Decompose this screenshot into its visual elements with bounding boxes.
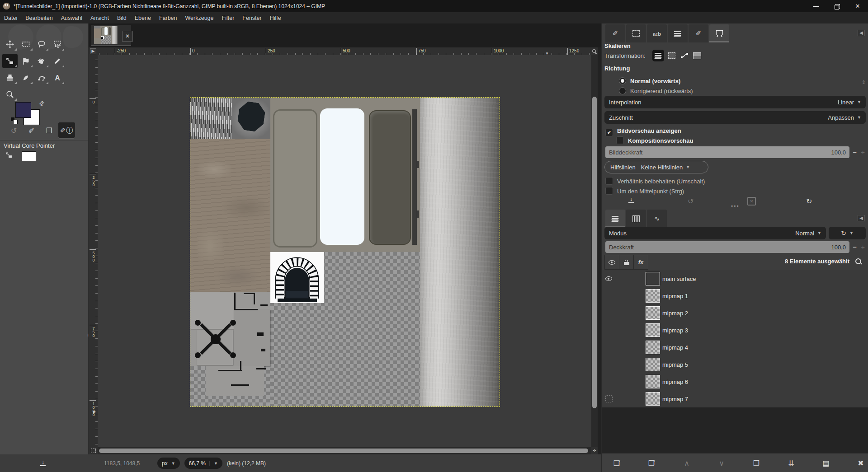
undo-history-tab[interactable]: ↺: [5, 122, 22, 139]
canvas-image[interactable]: [190, 98, 500, 407]
minimize-button[interactable]: —: [806, 0, 826, 12]
new-layer-button[interactable]: ❏+: [608, 453, 626, 472]
menu-werkzeuge[interactable]: Werkzeuge: [181, 12, 218, 23]
preview-opacity-slider[interactable]: Bilddeckkraft 100,0: [605, 146, 849, 158]
zoom-tool[interactable]: [2, 87, 18, 102]
tab-paths[interactable]: ∿: [647, 210, 667, 228]
select-by-color-tool[interactable]: [50, 37, 65, 51]
menu-datei[interactable]: Datei: [0, 12, 21, 23]
vertical-ruler[interactable]: 02505007501000▶: [89, 55, 98, 447]
layer-mode-dropdown[interactable]: Modus Normal ▼: [604, 227, 826, 239]
quickmask-toggle-button[interactable]: [89, 447, 98, 454]
menu-ebene[interactable]: Ebene: [131, 12, 155, 23]
minus-icon[interactable]: −: [853, 148, 857, 156]
menu-hilfe[interactable]: Hilfe: [266, 12, 285, 23]
interpolation-dropdown[interactable]: Interpolation Linear ▼: [604, 96, 866, 108]
around-center-checkbox[interactable]: Um den Mittelpunkt (Strg): [605, 187, 684, 195]
close-button[interactable]: ✕: [847, 0, 868, 12]
menu-auswahl[interactable]: Auswahl: [57, 12, 86, 23]
direction-corrective-radio[interactable]: Korrigierend (rückwärts): [619, 87, 693, 95]
mode-group-button[interactable]: ↻▼: [829, 227, 866, 239]
free-select-tool[interactable]: [34, 37, 49, 51]
composited-preview-checkbox[interactable]: Kompositionsvorschau: [616, 136, 693, 145]
navigation-button[interactable]: ✛: [591, 447, 598, 454]
scrollbar-thumb[interactable]: [99, 449, 588, 453]
layer-row-mipmap-6[interactable]: mipmap 6: [602, 373, 868, 390]
restore-options-button[interactable]: ↺: [688, 197, 693, 206]
lock-column-button[interactable]: [619, 255, 634, 270]
device-status-tab[interactable]: [626, 24, 646, 42]
rectangle-select-tool[interactable]: [18, 37, 33, 51]
brushes-tab[interactable]: ✐: [689, 24, 708, 42]
layer-opacity-slider[interactable]: Deckkraft 100,0: [605, 241, 849, 253]
menu-bearbeiten[interactable]: Bearbeiten: [21, 12, 57, 23]
layer-row-mipmap-7[interactable]: mipmap 7: [602, 390, 868, 407]
scrollbar-thumb[interactable]: [592, 97, 597, 408]
layer-row-main-surface[interactable]: main surface: [602, 270, 868, 287]
tab-channels[interactable]: [626, 210, 646, 228]
collapse-dock-icon[interactable]: ◀: [858, 30, 865, 36]
scale-tool-active[interactable]: [2, 54, 18, 68]
layer-row-mipmap-3[interactable]: mipmap 3: [602, 322, 868, 339]
zoom-dropdown[interactable]: 66,7 % ▼: [184, 458, 222, 469]
search-layers-button[interactable]: [855, 258, 862, 267]
reset-options-button[interactable]: ↻: [806, 197, 812, 206]
menu-fenster[interactable]: Fenster: [238, 12, 265, 23]
save-options-button[interactable]: ↓: [628, 197, 634, 205]
text-tool[interactable]: A: [50, 70, 65, 85]
smudge-tool[interactable]: [18, 70, 33, 85]
ruler-corner-menu-button[interactable]: ▶: [89, 47, 98, 55]
save-tool-preset-button[interactable]: ↓: [40, 460, 46, 468]
pencil-tool[interactable]: [50, 54, 65, 68]
plus-icon[interactable]: +: [861, 243, 865, 251]
visibility-toggle-placeholder[interactable]: [605, 395, 613, 402]
horizontal-scrollbar[interactable]: [98, 447, 591, 454]
menu-bild[interactable]: Bild: [113, 12, 131, 23]
add-mask-button[interactable]: ▤: [817, 453, 835, 472]
device-status-tab[interactable]: ✐ⓘ: [58, 122, 75, 139]
visibility-eye-icon[interactable]: [605, 276, 612, 281]
menu-ansicht[interactable]: Ansicht: [86, 12, 113, 23]
guides-dropdown[interactable]: Hilfslinien Keine Hilfslinien ▼: [604, 161, 708, 173]
menu-filter[interactable]: Filter: [218, 12, 239, 23]
images-tab[interactable]: ❐: [41, 122, 57, 139]
menu-farben[interactable]: Farben: [155, 12, 181, 23]
fonts-tab[interactable]: acb: [647, 24, 667, 42]
collapse-dock-icon[interactable]: ◀: [858, 215, 865, 221]
show-preview-checkbox[interactable]: ✔Bildvorschau anzeigen: [605, 126, 681, 136]
duplicate-layer-button[interactable]: ❐: [747, 453, 765, 472]
swap-colors-icon[interactable]: ⇄: [37, 98, 46, 107]
layer-row-mipmap-4[interactable]: mipmap 4: [602, 339, 868, 356]
bucket-fill-tool[interactable]: [34, 54, 49, 68]
horizontal-ruler[interactable]: -250025050075010001250▼: [98, 47, 591, 55]
warp-transform-tool[interactable]: [18, 54, 33, 68]
transform-image-button[interactable]: [691, 50, 703, 61]
layer-row-mipmap-2[interactable]: mipmap 2: [602, 304, 868, 322]
pane-grip-icon[interactable]: ⇕: [862, 79, 866, 85]
effects-column-button[interactable]: fx: [633, 255, 648, 270]
delete-options-button[interactable]: ✕: [747, 197, 756, 206]
transform-path-button[interactable]: [679, 50, 690, 61]
tab-layers[interactable]: [605, 210, 625, 228]
transform-layer-button[interactable]: [652, 50, 664, 61]
new-group-button[interactable]: ❐+: [643, 453, 661, 472]
keep-aspect-checkbox[interactable]: Verhältnis beibehalten (Umschalt): [605, 177, 705, 185]
restore-button[interactable]: [826, 0, 847, 12]
lower-layer-button[interactable]: ∨: [712, 453, 731, 472]
vertical-scrollbar[interactable]: [591, 55, 598, 447]
merge-down-button[interactable]: ⇊: [782, 453, 800, 472]
dock-resize-handle[interactable]: •••: [731, 203, 740, 210]
tool-options-scale-tab[interactable]: [709, 24, 729, 42]
direction-normal-radio[interactable]: Normal (vorwärts): [619, 77, 680, 85]
clipping-dropdown[interactable]: Zuschnitt Anpassen ▼: [604, 111, 866, 124]
tab-close-button[interactable]: ✕: [122, 31, 133, 42]
layer-row-mipmap-1[interactable]: mipmap 1: [602, 287, 868, 304]
dock-splitter-handle[interactable]: ⋮⋮: [86, 333, 88, 338]
plus-icon[interactable]: +: [861, 148, 865, 156]
transform-selection-button[interactable]: [666, 50, 678, 61]
move-tool[interactable]: [2, 37, 18, 51]
paths-tool[interactable]: [34, 70, 49, 85]
unit-dropdown[interactable]: px ▼: [157, 458, 180, 469]
layers-tab[interactable]: [668, 24, 688, 42]
delete-layer-button[interactable]: ✖: [852, 453, 868, 472]
